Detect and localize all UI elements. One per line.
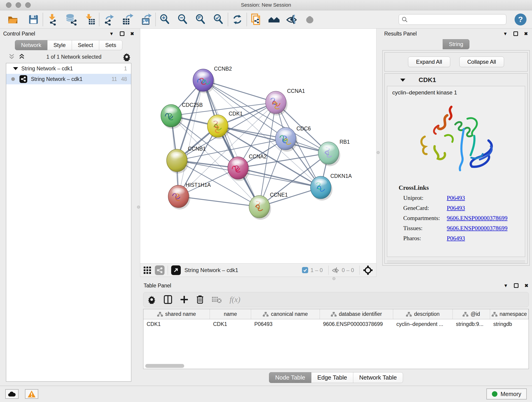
- duplicate-network-icon[interactable]: [249, 13, 263, 26]
- zoom-out-icon[interactable]: [176, 13, 190, 26]
- tab-style[interactable]: Style: [47, 40, 72, 50]
- close-panel-icon[interactable]: ✖: [524, 32, 528, 36]
- expand-all-icon[interactable]: [18, 53, 25, 60]
- export-image-icon[interactable]: [139, 13, 153, 26]
- export-table-icon[interactable]: [120, 13, 134, 26]
- home-networks-icon[interactable]: [267, 13, 281, 26]
- tab-network[interactable]: Network: [15, 40, 47, 50]
- collapse-triangle-icon[interactable]: [13, 67, 18, 70]
- column-header-namespace[interactable]: namespace: [490, 309, 529, 319]
- node-label-HIST1H1A[interactable]: HIST1H1A: [186, 182, 211, 188]
- column-header-name[interactable]: name: [210, 309, 251, 319]
- node-label-CDC6[interactable]: CDC6: [297, 126, 311, 132]
- grid-view-icon[interactable]: [143, 266, 151, 274]
- add-column-icon[interactable]: [180, 295, 188, 304]
- horizontal-scrollbar-thumb[interactable]: [145, 364, 184, 368]
- open-session-icon[interactable]: [6, 13, 20, 26]
- network-collection-row[interactable]: String Network – cdk1 1: [6, 63, 131, 74]
- function-builder-icon[interactable]: f(x): [230, 295, 240, 304]
- cell-namespace[interactable]: stringdb: [490, 319, 529, 329]
- warnings-button[interactable]: [25, 389, 38, 399]
- export-network-icon[interactable]: [102, 13, 115, 26]
- crosslink-uniprot-link[interactable]: P06493: [447, 195, 465, 201]
- collapse-all-icon[interactable]: [8, 53, 15, 60]
- hide-selected-icon[interactable]: [285, 13, 299, 26]
- tab-edge-table[interactable]: Edge Table: [311, 372, 353, 383]
- vertical-splitter[interactable]: [137, 29, 140, 386]
- global-search-field[interactable]: [399, 14, 506, 25]
- hidden-eye-slash-icon[interactable]: [332, 267, 340, 274]
- node-label-CDKN1A[interactable]: CDKN1A: [330, 173, 352, 179]
- collapse-triangle-icon[interactable]: [400, 79, 405, 82]
- save-session-icon[interactable]: [27, 13, 40, 26]
- open-in-window-icon[interactable]: [171, 265, 181, 275]
- help-button[interactable]: ?: [515, 13, 526, 26]
- float-panel-icon[interactable]: [514, 283, 519, 288]
- selected-nodes-checkbox[interactable]: [302, 267, 308, 273]
- zoom-in-icon[interactable]: [158, 13, 172, 26]
- import-network-database-icon[interactable]: [64, 13, 78, 26]
- import-table-file-icon[interactable]: [83, 13, 97, 26]
- node-label-CCNA2[interactable]: CCNA2: [249, 153, 267, 160]
- crosslink-genecard-link[interactable]: P06493: [447, 205, 465, 211]
- close-panel-icon[interactable]: ✖: [130, 32, 134, 36]
- crosslink-pharos-link[interactable]: P06493: [447, 235, 465, 242]
- float-panel-icon[interactable]: [120, 32, 124, 36]
- splitter-handle[interactable]: [332, 277, 336, 280]
- splitter-handle[interactable]: [137, 206, 140, 209]
- splitter-handle[interactable]: [377, 151, 380, 154]
- inspect-eye-icon[interactable]: [303, 13, 317, 26]
- horizontal-splitter[interactable]: [140, 277, 532, 281]
- column-header-shared-name[interactable]: shared name: [143, 309, 210, 319]
- cell-database-identifier[interactable]: 9606.ENSP00000378699: [320, 319, 393, 329]
- search-input[interactable]: [410, 17, 503, 22]
- column-header-database-identifier[interactable]: database identifier: [320, 309, 393, 319]
- node-label-CCNB2[interactable]: CCNB2: [214, 66, 232, 72]
- network-row-selected[interactable]: String Network – cdk1 11 48: [6, 74, 131, 84]
- apply-layout-icon[interactable]: [230, 13, 244, 26]
- node-label-RB1[interactable]: RB1: [340, 139, 350, 145]
- delete-table-icon[interactable]: [212, 296, 222, 303]
- tab-network-table[interactable]: Network Table: [353, 372, 403, 383]
- zoom-selected-icon[interactable]: [212, 13, 225, 26]
- column-header-id[interactable]: @id: [453, 309, 490, 319]
- crosslink-compartments-link[interactable]: 9606.ENSP00000378699: [447, 215, 507, 222]
- cell-canonical-name[interactable]: P06493: [251, 319, 320, 329]
- cell-shared-name[interactable]: CDK1: [143, 319, 210, 329]
- network-icon[interactable]: [155, 265, 165, 275]
- table-options-gear-icon[interactable]: [147, 295, 156, 304]
- zoom-fit-icon[interactable]: [194, 13, 208, 26]
- vertical-splitter[interactable]: [376, 29, 380, 277]
- cloud-status-button[interactable]: [5, 389, 19, 399]
- node-label-CDK1[interactable]: CDK1: [229, 111, 243, 117]
- float-panel-icon[interactable]: [513, 32, 518, 36]
- tab-node-table[interactable]: Node Table: [269, 372, 311, 383]
- panel-menu-icon[interactable]: ▼: [503, 283, 508, 288]
- results-scrollbar-track[interactable]: [387, 261, 525, 263]
- show-columns-icon[interactable]: [164, 295, 172, 304]
- network-options-gear-icon[interactable]: [123, 52, 131, 61]
- node-label-CCNE1[interactable]: CCNE1: [270, 192, 288, 198]
- network-canvas[interactable]: CCNB2CCNA1CDC25BCDK1CDC6RB1CCNB1CCNA2CDK…: [140, 29, 376, 263]
- tab-string[interactable]: String: [443, 39, 469, 49]
- node-label-CCNB1[interactable]: CCNB1: [188, 146, 206, 152]
- tab-sets[interactable]: Sets: [99, 40, 122, 50]
- cell-id[interactable]: stringdb:9...: [453, 319, 490, 329]
- import-network-file-icon[interactable]: [45, 13, 59, 26]
- expand-all-button[interactable]: Expand All: [408, 57, 450, 67]
- table-row[interactable]: CDK1 CDK1 P06493 9606.ENSP00000378699 cy…: [143, 319, 529, 329]
- panel-menu-icon[interactable]: ▼: [109, 32, 114, 36]
- crosslink-tissues-link[interactable]: 9606.ENSP00000378699: [447, 225, 507, 232]
- tab-select[interactable]: Select: [72, 40, 99, 50]
- cell-description[interactable]: cyclin–dependent ...: [393, 319, 453, 329]
- memory-button[interactable]: Memory: [486, 389, 527, 400]
- column-header-description[interactable]: description: [393, 309, 453, 319]
- delete-column-icon[interactable]: [196, 295, 204, 304]
- panel-menu-icon[interactable]: ▼: [503, 32, 507, 36]
- collapse-all-button[interactable]: Collapse All: [459, 57, 504, 67]
- column-header-canonical-name[interactable]: canonical name: [251, 309, 320, 319]
- node-label-CCNA1[interactable]: CCNA1: [287, 88, 305, 94]
- birds-eye-view-icon[interactable]: [363, 265, 373, 275]
- node-label-CDC25B[interactable]: CDC25B: [182, 102, 203, 108]
- cell-name[interactable]: CDK1: [210, 319, 251, 329]
